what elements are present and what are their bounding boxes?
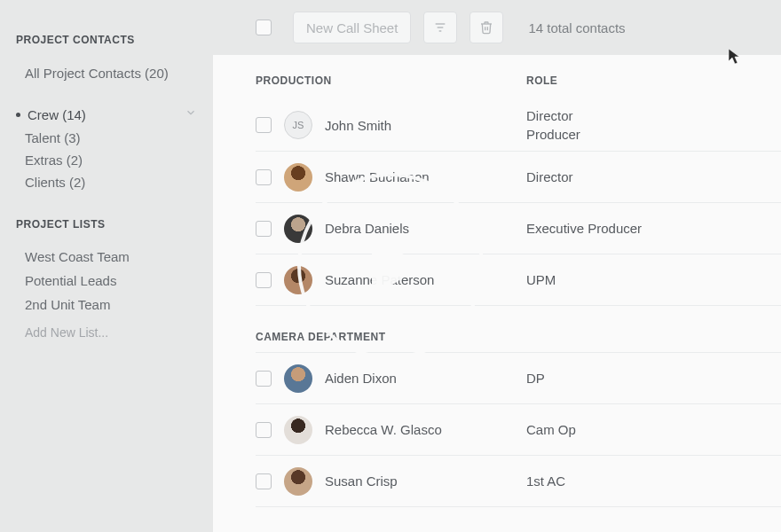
play-icon	[372, 234, 422, 298]
contact-roles: DirectorProducer	[526, 108, 781, 142]
sidebar-heading-contacts: PROJECT CONTACTS	[16, 34, 197, 46]
contact-roles: DP	[526, 371, 781, 386]
row-checkbox[interactable]	[256, 272, 272, 288]
sidebar-item-crew[interactable]: Crew (14)	[16, 102, 197, 127]
contact-roles: UPM	[526, 272, 781, 287]
table-row[interactable]: JSJohn SmithDirectorProducer	[256, 99, 781, 152]
sidebar: PROJECT CONTACTS All Project Contacts (2…	[0, 0, 213, 532]
table-row[interactable]: Aiden DixonDP	[256, 353, 781, 404]
add-new-list[interactable]: Add New List...	[16, 317, 197, 340]
contacts-table: PRODUCTION ROLE JSJohn SmithDirectorProd…	[213, 55, 781, 532]
contact-name: John Smith	[325, 118, 391, 133]
row-checkbox[interactable]	[256, 169, 272, 185]
row-checkbox[interactable]	[256, 117, 272, 133]
contact-roles: 1st AC	[526, 473, 781, 489]
avatar	[284, 467, 312, 496]
cursor-icon	[728, 48, 742, 69]
sidebar-sub-item[interactable]: Extras (2)	[16, 149, 197, 171]
new-call-sheet-button[interactable]: New Call Sheet	[293, 12, 411, 43]
contact-name: Susan Crisp	[325, 473, 398, 489]
contact-name: Aiden Dixon	[325, 371, 397, 386]
table-row[interactable]: Susan Crisp1st AC	[256, 456, 781, 507]
avatar	[284, 364, 312, 393]
sidebar-heading-lists: PROJECT LISTS	[16, 218, 197, 231]
row-checkbox[interactable]	[256, 473, 272, 489]
select-all-checkbox[interactable]	[256, 20, 272, 35]
delete-button[interactable]	[469, 12, 503, 43]
toolbar: New Call Sheet 14 total contacts	[213, 0, 781, 55]
total-contacts-label: 14 total contacts	[528, 20, 625, 35]
contact-name: Rebecca W. Glasco	[325, 422, 442, 437]
crew-label: Crew (14)	[28, 107, 86, 122]
sidebar-list-item[interactable]: 2nd Unit Team	[16, 293, 197, 317]
row-checkbox[interactable]	[256, 422, 272, 438]
row-checkbox[interactable]	[256, 221, 272, 237]
filter-button[interactable]	[423, 12, 457, 43]
avatar: JS	[284, 111, 312, 139]
sidebar-sub-item[interactable]: Clients (2)	[16, 171, 197, 193]
sidebar-list-item[interactable]: West Coast Team	[16, 245, 197, 269]
avatar	[284, 163, 312, 192]
sidebar-sub-item[interactable]: Talent (3)	[16, 127, 197, 149]
trash-icon	[479, 20, 493, 35]
avatar	[284, 416, 312, 444]
sidebar-item-all-contacts[interactable]: All Project Contacts (20)	[16, 60, 197, 86]
bullet-icon	[16, 113, 20, 117]
col-header-role: ROLE	[526, 74, 781, 87]
table-header: PRODUCTION ROLE	[256, 55, 781, 99]
col-header-name: PRODUCTION	[256, 74, 526, 87]
table-row[interactable]: Rebecca W. GlascoCam Op	[256, 404, 781, 456]
play-button-overlay[interactable]	[297, 173, 484, 359]
contact-roles: Executive Producer	[526, 221, 781, 236]
chevron-down-icon	[185, 106, 197, 122]
row-checkbox[interactable]	[256, 371, 272, 387]
contact-roles: Cam Op	[526, 422, 781, 437]
filter-icon	[433, 20, 447, 35]
sidebar-list-item[interactable]: Potential Leads	[16, 269, 197, 293]
contact-roles: Director	[526, 169, 781, 184]
